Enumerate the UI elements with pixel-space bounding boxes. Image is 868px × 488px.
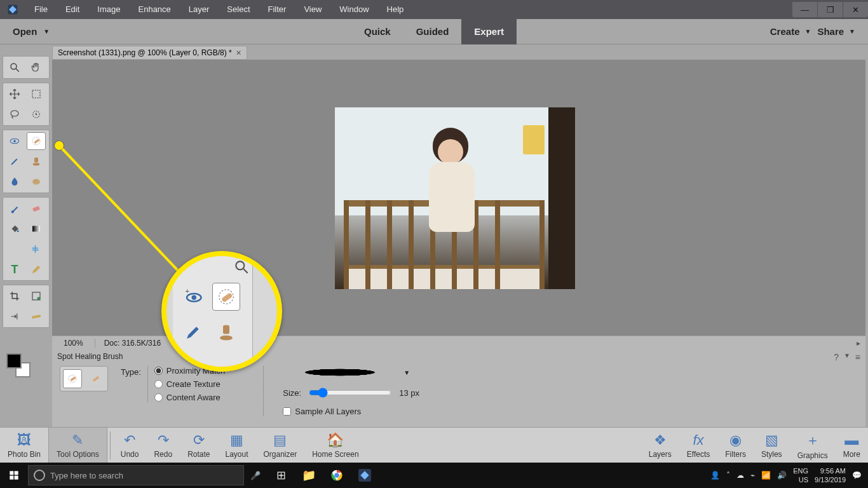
rotate-button[interactable]: ⟳Rotate [180, 428, 217, 463]
chevron-down-icon[interactable]: ▼ [844, 352, 850, 362]
share-dropdown[interactable]: Share▼ [817, 26, 855, 37]
mode-quick[interactable]: Quick [351, 19, 403, 44]
menu-view[interactable]: View [295, 0, 330, 19]
minimize-button[interactable]: — [792, 2, 817, 17]
zoom-level[interactable]: 100% [52, 339, 95, 348]
mode-guided[interactable]: Guided [403, 19, 462, 44]
move-tool[interactable] [5, 85, 24, 103]
tray-volume-icon[interactable]: 🔊 [777, 471, 787, 480]
home-screen-button[interactable]: 🏠Home Screen [304, 428, 366, 463]
eyedropper-tool[interactable] [5, 240, 24, 258]
size-slider[interactable] [309, 388, 391, 398]
svg-point-17 [17, 230, 19, 232]
svg-point-1 [11, 64, 17, 69]
more-button[interactable]: ▬More [836, 428, 868, 463]
image-icon: 🖼 [17, 432, 31, 449]
start-button[interactable] [0, 463, 28, 488]
eraser-tool[interactable] [27, 200, 46, 217]
styles-button[interactable]: ▧Styles [754, 428, 790, 463]
gradient-tool[interactable] [27, 220, 46, 238]
smart-brush-tool[interactable] [5, 152, 24, 170]
menu-help[interactable]: Help [378, 0, 413, 19]
sponge-tool[interactable] [27, 173, 46, 191]
svg-point-34 [220, 336, 233, 341]
layout-button[interactable]: ▦Layout [217, 428, 255, 463]
recompose-tool[interactable] [27, 287, 46, 305]
quick-select-tool[interactable] [27, 105, 46, 123]
help-icon[interactable]: ? [834, 352, 839, 362]
file-explorer-pin[interactable]: 📁 [295, 463, 323, 488]
spot-healing-tool[interactable] [27, 132, 46, 150]
menu-layer[interactable]: Layer [180, 0, 219, 19]
menu-file[interactable]: File [25, 0, 57, 19]
chevron-down-icon: ▼ [849, 28, 855, 35]
menu-enhance[interactable]: Enhance [130, 0, 180, 19]
tray-onedrive-icon[interactable]: ☁ [736, 471, 744, 480]
pencil-tool[interactable] [27, 261, 46, 278]
redo-button[interactable]: ↷Redo [146, 428, 180, 463]
task-view-button[interactable]: ⊞ [267, 463, 295, 488]
menu-select[interactable]: Select [218, 0, 259, 19]
mic-icon[interactable]: 🎤 [244, 471, 267, 480]
create-dropdown[interactable]: Create▼ [770, 26, 811, 37]
menu-image[interactable]: Image [88, 0, 129, 19]
paint-bucket-tool[interactable] [5, 220, 24, 238]
brush-preset-dropdown[interactable]: ▼ [403, 369, 410, 376]
brush-tool[interactable] [5, 200, 24, 217]
svg-line-27 [243, 269, 248, 273]
blur-tool[interactable] [5, 173, 24, 191]
tray-up-icon[interactable]: ˄ [726, 471, 730, 480]
panel-menu-icon[interactable]: ≡ [855, 352, 860, 362]
color-swatches[interactable] [6, 353, 36, 379]
healing-brush-variant[interactable] [86, 369, 105, 388]
spot-healing-variant[interactable] [63, 369, 82, 388]
type-texture[interactable]: Create Texture [154, 379, 225, 389]
tray-bluetooth-icon[interactable]: ⌁ [750, 471, 755, 480]
menu-filter[interactable]: Filter [259, 0, 295, 19]
type-content-aware[interactable]: Content Aware [154, 393, 225, 402]
organizer-button[interactable]: ▤Organizer [256, 428, 305, 463]
zoom-tool[interactable] [5, 58, 24, 76]
redeye-tool[interactable] [5, 132, 24, 150]
type-tool[interactable]: T [5, 261, 24, 278]
sample-all-layers[interactable]: Sample All Layers [283, 407, 419, 416]
svg-text:+: + [186, 287, 190, 295]
photo-bin-button[interactable]: 🖼Photo Bin [0, 428, 48, 463]
filters-button[interactable]: ◉Filters [717, 428, 754, 463]
crop-tool[interactable] [5, 287, 24, 305]
mode-expert[interactable]: Expert [461, 19, 517, 44]
content-aware-move-tool[interactable] [5, 308, 24, 325]
svg-point-11 [33, 163, 40, 166]
shape-tool[interactable] [27, 240, 46, 258]
maximize-button[interactable]: ❐ [817, 2, 843, 17]
svg-point-26 [236, 261, 244, 269]
tray-clock[interactable]: 9:56 AM9/13/2019 [815, 466, 846, 484]
layers-button[interactable]: ❖Layers [641, 428, 679, 463]
foreground-color[interactable] [6, 353, 22, 369]
tray-notifications-icon[interactable]: 💬 [852, 471, 862, 480]
effects-button[interactable]: fxEffects [679, 428, 717, 463]
straighten-tool[interactable] [27, 308, 46, 325]
tool-options-button[interactable]: ✎Tool Options [48, 428, 107, 463]
taskbar-search[interactable]: Type here to search [28, 465, 244, 485]
tray-lang[interactable]: ENGUS [793, 466, 808, 484]
tray-wifi-icon[interactable]: 📶 [761, 471, 771, 480]
open-label: Open [13, 26, 37, 37]
menu-window[interactable]: Window [330, 0, 377, 19]
open-dropdown[interactable]: Open ▼ [0, 26, 58, 37]
close-button[interactable]: ✕ [843, 2, 868, 17]
chrome-pin[interactable] [323, 463, 351, 488]
rect-marquee-tool[interactable] [27, 85, 46, 103]
lasso-tool[interactable] [5, 105, 24, 123]
graphics-button[interactable]: ＋Graphics [790, 428, 836, 463]
document-tab[interactable]: Screenshot (1331).png @ 100% (Layer 0, R… [52, 46, 247, 60]
pse-pin[interactable] [351, 463, 379, 488]
svg-rect-38 [15, 476, 18, 480]
menu-edit[interactable]: Edit [57, 0, 88, 19]
scroll-right-icon[interactable]: ▸ [851, 339, 865, 348]
hand-tool[interactable] [27, 58, 46, 76]
close-tab-icon[interactable]: ✕ [236, 49, 241, 57]
tray-people-icon[interactable]: 👤 [710, 471, 720, 480]
clone-stamp-tool[interactable] [27, 152, 46, 170]
undo-button[interactable]: ↶Undo [113, 428, 147, 463]
